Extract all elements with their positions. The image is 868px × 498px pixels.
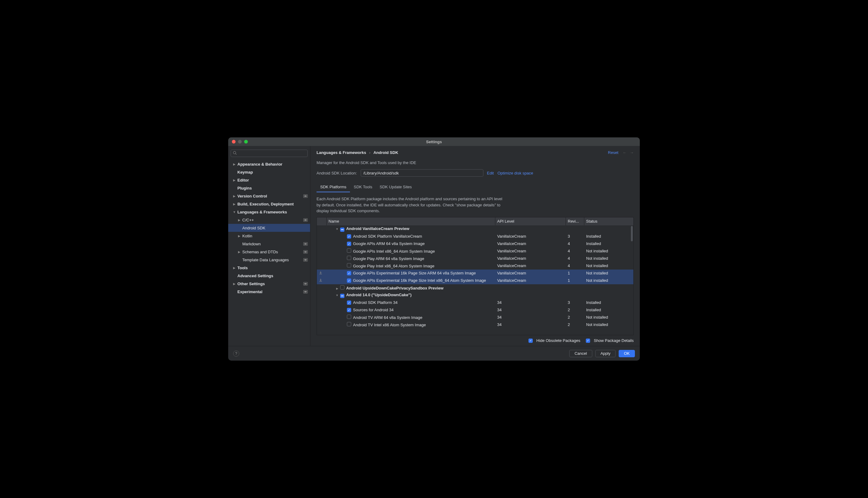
api-level: VanillaIceCream (495, 249, 566, 253)
sidebar-item[interactable]: ▶C/C++ (228, 216, 310, 224)
minimize-icon[interactable] (238, 140, 242, 144)
edit-link[interactable]: Edit (487, 171, 494, 175)
checkbox[interactable]: ✓ (347, 308, 351, 312)
table-row[interactable]: Google APIs Intel x86_64 Atom System Ima… (317, 248, 633, 255)
table-row[interactable]: ✓Android SDK Platform VanillaIceCreamVan… (317, 233, 633, 240)
table-group-row[interactable]: ▶ Android UpsideDownCakePrivacySandbox P… (317, 284, 633, 292)
table-row[interactable]: ✓Google APIs Experimental 16k Page Size … (317, 270, 633, 277)
window-title: Settings (426, 140, 442, 144)
table-row[interactable]: Android TV ARM 64 v8a System Image342Not… (317, 314, 633, 321)
sidebar-item-label: Template Data Languages (242, 258, 289, 262)
close-icon[interactable] (232, 140, 236, 144)
show-details-checkbox[interactable]: ✓ Show Package Details (586, 338, 634, 343)
sidebar-item[interactable]: ▼Languages & Frameworks (228, 208, 310, 216)
chevron-icon[interactable]: ▶ (335, 287, 339, 290)
table-row[interactable]: ✓Google APIs ARM 64 v8a System ImageVani… (317, 240, 633, 248)
api-level: VanillaIceCream (495, 241, 566, 246)
col-api-level[interactable]: API Level (495, 218, 566, 225)
sidebar-item[interactable]: ▶Build, Execution, Deployment (228, 200, 310, 208)
hide-obsolete-checkbox[interactable]: ✓ Hide Obsolete Packages (528, 338, 580, 343)
item-label: Android TV Intel x86 Atom System Image (353, 323, 426, 327)
checkbox[interactable] (340, 285, 344, 289)
sidebar-item-label: Experimental (237, 289, 263, 294)
search-icon (233, 151, 237, 156)
sdk-location-input[interactable] (361, 169, 483, 176)
maximize-icon[interactable] (244, 140, 248, 144)
table-row[interactable]: Google Play ARM 64 v8a System ImageVanil… (317, 255, 633, 262)
help-icon[interactable]: ? (233, 351, 239, 357)
main-panel: Languages & Frameworks › Android SDK Res… (311, 146, 640, 346)
sidebar-item[interactable]: ▶Editor (228, 176, 310, 184)
table-row[interactable]: ✓Google APIs Experimental 16k Page Size … (317, 277, 633, 284)
table-group-row[interactable]: ▼ Android VanillaIceCream Preview (317, 225, 633, 233)
table-header: Name API Level Revi... Status (317, 218, 633, 225)
table-row[interactable]: Android TV Intel x86 Atom System Image34… (317, 321, 633, 328)
checkbox[interactable]: ✓ (347, 241, 351, 246)
optimize-link[interactable]: Optimize disk space (498, 171, 533, 175)
checkbox[interactable] (347, 263, 351, 267)
col-status[interactable]: Status (584, 218, 633, 225)
api-level: 34 (495, 315, 566, 319)
back-icon[interactable]: ← (623, 150, 627, 155)
checkbox[interactable] (340, 227, 344, 232)
cancel-button[interactable]: Cancel (569, 350, 592, 357)
table-row[interactable]: ✓Android SDK Platform 34343Installed (317, 299, 633, 306)
checkbox-icon: ✓ (528, 339, 533, 343)
table-row[interactable]: ✓Sources for Android 34342Installed (317, 306, 633, 314)
api-level: VanillaIceCream (495, 263, 566, 268)
checkbox[interactable]: ✓ (347, 271, 351, 275)
sidebar-item[interactable]: Experimental (228, 288, 310, 296)
chevron-icon[interactable]: ▼ (335, 227, 339, 231)
tab[interactable]: SDK Tools (350, 182, 376, 192)
breadcrumb-root[interactable]: Languages & Frameworks (317, 150, 366, 155)
sidebar-item[interactable]: ▶Other Settings (228, 280, 310, 288)
checkbox[interactable] (347, 322, 351, 326)
sidebar-item-label: Advanced Settings (237, 274, 273, 278)
sidebar-item[interactable]: Advanced Settings (228, 272, 310, 280)
table-row[interactable]: Google Play Intel x86_64 Atom System Ima… (317, 262, 633, 270)
sidebar-item[interactable]: ▶Version Control (228, 192, 310, 200)
tab[interactable]: SDK Platforms (317, 182, 350, 192)
scrollbar-thumb[interactable] (631, 226, 633, 241)
checkbox[interactable]: ✓ (347, 301, 351, 305)
ok-button[interactable]: OK (619, 350, 635, 357)
search-field[interactable] (238, 151, 305, 156)
sidebar-item[interactable]: ▶Kotlin (228, 232, 310, 240)
item-label: Android SDK Platform VanillaIceCream (353, 234, 422, 239)
sidebar-item-label: Build, Execution, Deployment (237, 202, 293, 206)
sidebar-item[interactable]: ▶Tools (228, 264, 310, 272)
checkbox[interactable]: ✓ (347, 278, 351, 283)
col-revision[interactable]: Revi... (566, 218, 584, 225)
api-level: VanillaIceCream (495, 234, 566, 239)
sidebar-item[interactable]: ▶Appearance & Behavior (228, 160, 310, 168)
status: Installed (584, 241, 633, 246)
checkbox[interactable] (347, 248, 351, 253)
sidebar-item-label: Appearance & Behavior (237, 162, 282, 167)
checkbox[interactable] (347, 315, 351, 319)
forward-icon[interactable]: → (630, 150, 634, 155)
item-label: Android SDK Platform 34 (353, 300, 397, 305)
sidebar-item[interactable]: Android SDK (228, 224, 310, 232)
checkbox[interactable]: ✓ (347, 234, 351, 239)
sdk-table: Name API Level Revi... Status ▼ Android … (317, 217, 634, 336)
checkbox[interactable] (340, 294, 344, 298)
sidebar-item[interactable]: Template Data Languages (228, 256, 310, 264)
sidebar-item[interactable]: Markdown (228, 240, 310, 248)
sidebar-item[interactable]: ▶Schemas and DTDs (228, 248, 310, 256)
chevron-icon: ▶ (233, 266, 236, 270)
table-group-row[interactable]: ▼ Android 14.0 ("UpsideDownCake") (317, 292, 633, 299)
reset-link[interactable]: Reset (608, 150, 618, 155)
api-level: 34 (495, 300, 566, 305)
checkbox[interactable] (347, 256, 351, 260)
body: ▶Appearance & BehaviorKeymap▶EditorPlugi… (228, 146, 640, 346)
chevron-icon[interactable]: ▼ (335, 294, 339, 297)
tab[interactable]: SDK Update Sites (376, 182, 416, 192)
apply-button[interactable]: Apply (595, 350, 616, 357)
revision: 3 (566, 300, 584, 305)
sidebar-item[interactable]: Plugins (228, 184, 310, 192)
sidebar-item[interactable]: Keymap (228, 168, 310, 176)
search-input[interactable] (231, 150, 308, 157)
table-body: ▼ Android VanillaIceCream Preview✓Androi… (317, 225, 633, 335)
api-level: VanillaIceCream (495, 256, 566, 261)
col-name[interactable]: Name (327, 218, 495, 225)
